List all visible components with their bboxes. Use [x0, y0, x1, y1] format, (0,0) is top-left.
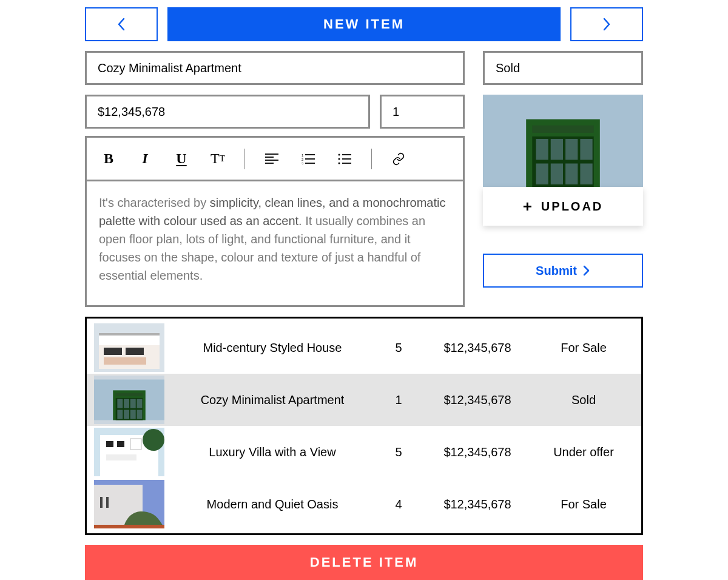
table-row[interactable]: Modern and Quiet Oasis 4 $12,345,678 For…	[87, 478, 641, 530]
toolbar-divider	[371, 149, 372, 169]
svg-text:3: 3	[302, 162, 304, 164]
svg-point-41	[338, 153, 340, 155]
align-left-icon	[265, 153, 278, 164]
delete-label: Delete Item	[310, 555, 418, 570]
svg-point-45	[338, 162, 340, 164]
submit-label: Submit	[536, 264, 577, 278]
toolbar-divider	[244, 149, 245, 169]
bullet-list-button[interactable]	[337, 153, 352, 164]
new-item-button[interactable]: New Item	[167, 7, 561, 41]
item-image	[483, 95, 643, 187]
table-row[interactable]: Cozy Minimalist Apartment 1 $12,345,678 …	[87, 374, 641, 426]
row-price: $12,345,678	[417, 445, 538, 459]
row-status: For Sale	[538, 341, 629, 355]
align-button[interactable]	[265, 153, 279, 164]
items-list: Mid-century Styled House 5 $12,345,678 F…	[85, 317, 643, 535]
status-field[interactable]	[483, 51, 643, 85]
row-name: Mid-century Styled House	[164, 341, 380, 355]
upload-button[interactable]: + UPLOAD	[483, 187, 643, 226]
row-price: $12,345,678	[417, 341, 538, 355]
row-price: $12,345,678	[417, 497, 538, 511]
svg-text:2: 2	[302, 158, 304, 161]
table-row[interactable]: Mid-century Styled House 5 $12,345,678 F…	[87, 322, 641, 374]
status-input[interactable]	[494, 61, 632, 76]
thumbnail-icon	[94, 323, 164, 372]
chevron-right-icon	[602, 18, 611, 31]
price-input[interactable]	[96, 104, 359, 120]
svg-text:1: 1	[302, 153, 304, 157]
row-status: Under offer	[538, 445, 629, 459]
ordered-list-button[interactable]: 123	[301, 153, 315, 164]
link-button[interactable]	[391, 152, 406, 166]
underline-button[interactable]: U	[174, 150, 189, 167]
row-status: Sold	[538, 393, 629, 407]
bullet-list-icon	[338, 153, 351, 164]
next-button[interactable]	[570, 7, 643, 41]
svg-point-43	[338, 158, 340, 160]
row-name: Cozy Minimalist Apartment	[164, 393, 380, 407]
italic-button[interactable]: I	[138, 150, 152, 167]
row-status: For Sale	[538, 497, 629, 511]
building-thumbnail-icon	[483, 95, 643, 187]
row-qty: 1	[380, 393, 417, 407]
thumbnail-icon	[94, 480, 164, 528]
description-text-prefix: It's characterised by	[99, 196, 210, 209]
plus-icon: +	[523, 197, 534, 216]
chevron-left-icon	[117, 18, 126, 31]
bold-button[interactable]: B	[101, 150, 116, 167]
row-thumbnail	[94, 376, 164, 424]
delete-item-button[interactable]: Delete Item	[85, 545, 643, 580]
row-qty: 5	[380, 445, 417, 459]
row-qty: 4	[380, 497, 417, 511]
row-thumbnail	[94, 480, 164, 528]
prev-button[interactable]	[85, 7, 158, 41]
quantity-field[interactable]	[380, 95, 465, 129]
thumbnail-icon	[94, 376, 164, 424]
description-content[interactable]: It's characterised by simplicity, clean …	[87, 181, 463, 305]
row-thumbnail	[94, 323, 164, 372]
row-name: Modern and Quiet Oasis	[164, 497, 380, 511]
row-name: Luxury Villa with a View	[164, 445, 380, 459]
title-input[interactable]	[96, 61, 453, 76]
ordered-list-icon: 123	[302, 153, 315, 164]
upload-label: UPLOAD	[541, 200, 603, 214]
thumbnail-icon	[94, 428, 164, 476]
top-nav: New Item	[85, 7, 643, 41]
quantity-input[interactable]	[391, 104, 453, 120]
description-toolbar: B I U TT 123	[87, 138, 463, 181]
table-row[interactable]: Luxury Villa with a View 5 $12,345,678 U…	[87, 426, 641, 478]
price-field[interactable]	[85, 95, 370, 129]
row-qty: 5	[380, 341, 417, 355]
description-editor: B I U TT 123	[85, 136, 465, 307]
link-icon	[392, 152, 405, 166]
editor-panel: B I U TT 123	[85, 51, 643, 307]
submit-button[interactable]: Submit	[483, 254, 643, 288]
row-price: $12,345,678	[417, 393, 538, 407]
chevron-right-icon	[583, 265, 590, 276]
title-field[interactable]	[85, 51, 465, 85]
textsize-button[interactable]: TT	[211, 150, 225, 167]
new-item-label: New Item	[323, 16, 405, 32]
row-thumbnail	[94, 428, 164, 476]
